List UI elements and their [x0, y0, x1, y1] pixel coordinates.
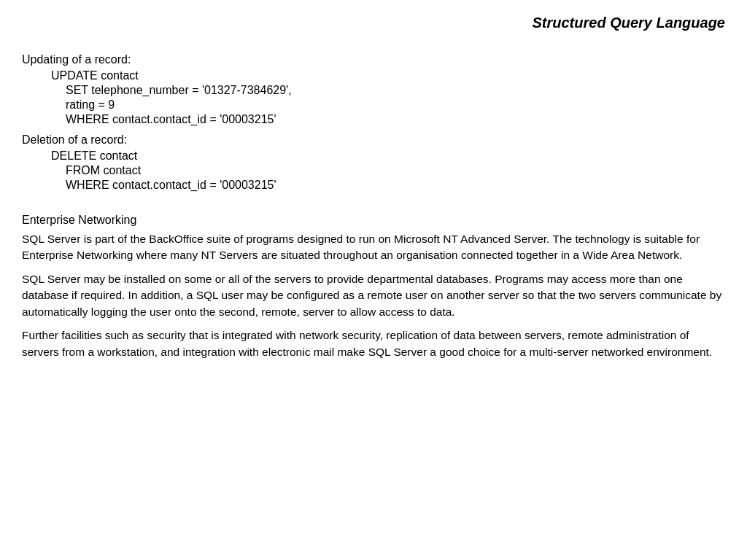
delete-line3: WHERE contact.contact_id = '00003215' [66, 179, 725, 192]
delete-label: Deletion of a record: [22, 133, 725, 147]
enterprise-section: Enterprise Networking SQL Server is part… [22, 214, 725, 360]
enterprise-title: Enterprise Networking [22, 214, 725, 227]
page-title: Structured Query Language [22, 15, 725, 31]
update-line1: UPDATE contact [51, 69, 725, 82]
update-line2: SET telephone_number = '01327-7384629', [66, 84, 725, 97]
delete-line2: FROM contact [66, 164, 725, 177]
delete-line1: DELETE contact [51, 149, 725, 163]
enterprise-para3: Further facilities such as security that… [22, 327, 725, 360]
delete-section: Deletion of a record: DELETE contact FRO… [22, 133, 725, 192]
enterprise-para2: SQL Server may be installed on some or a… [22, 271, 725, 320]
enterprise-para1: SQL Server is part of the BackOffice sui… [22, 231, 725, 264]
update-label: Updating of a record: [22, 53, 725, 66]
update-section: Updating of a record: UPDATE contact SET… [22, 53, 725, 126]
update-line4: WHERE contact.contact_id = '00003215' [66, 113, 725, 126]
update-line3: rating = 9 [66, 98, 725, 112]
